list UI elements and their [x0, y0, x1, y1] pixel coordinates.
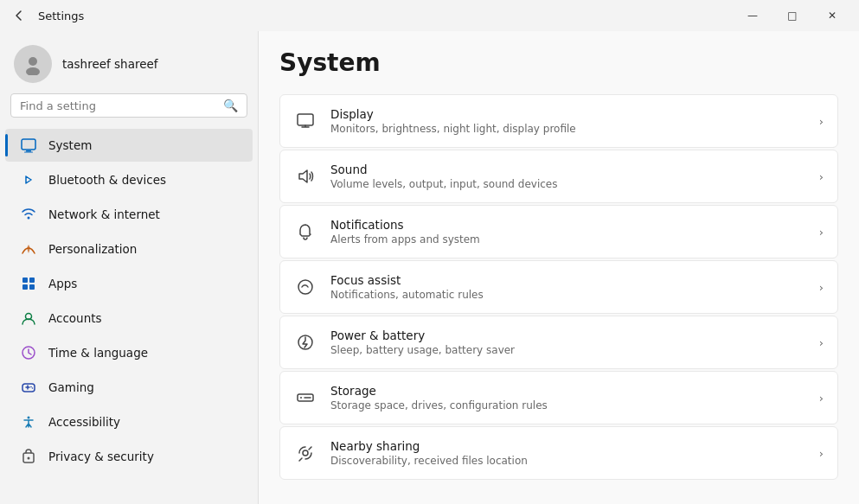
personalization-icon [19, 239, 38, 258]
display-text: Display Monitors, brightness, night ligh… [330, 107, 805, 135]
power-icon [294, 331, 317, 354]
sidebar-item-label-time: Time & language [48, 346, 148, 360]
svg-rect-18 [298, 114, 313, 125]
storage-chevron: › [819, 392, 824, 405]
sidebar-item-accessibility[interactable]: Accessibility [5, 405, 253, 438]
settings-item-focus[interactable]: Focus assist Notifications, automatic ru… [279, 260, 838, 314]
sound-icon [294, 165, 317, 188]
svg-rect-8 [22, 284, 28, 290]
sidebar-item-network[interactable]: Network & internet [5, 198, 253, 231]
privacy-icon [19, 447, 38, 466]
sound-title: Sound [330, 163, 805, 176]
settings-item-power[interactable]: Power & battery Sleep, battery usage, ba… [279, 316, 838, 369]
sidebar-item-label-bluetooth: Bluetooth & devices [48, 173, 166, 187]
page-title: System [279, 48, 838, 77]
storage-desc: Storage space, drives, configuration rul… [330, 399, 805, 411]
power-chevron: › [819, 336, 824, 349]
display-icon [294, 110, 317, 132]
time-icon [19, 343, 38, 362]
accounts-icon [19, 309, 38, 328]
sidebar-item-label-personalization: Personalization [48, 242, 137, 256]
back-button[interactable] [7, 3, 31, 28]
sidebar-item-label-apps: Apps [48, 277, 77, 290]
minimize-button[interactable]: — [733, 2, 772, 29]
sidebar-item-apps[interactable]: Apps [5, 267, 253, 300]
sidebar-item-time[interactable]: Time & language [5, 336, 253, 369]
focus-desc: Notifications, automatic rules [330, 289, 805, 301]
power-text: Power & battery Sleep, battery usage, ba… [330, 329, 805, 356]
notifications-title: Notifications [330, 218, 805, 232]
settings-item-nearby[interactable]: Nearby sharing Discoverability, received… [279, 426, 838, 480]
main-layout: tashreef shareef 🔍 System [0, 31, 859, 504]
bluetooth-icon [19, 170, 38, 189]
notifications-chevron: › [819, 226, 824, 239]
svg-rect-3 [26, 150, 31, 152]
power-title: Power & battery [330, 329, 805, 342]
network-icon [19, 205, 38, 224]
search-box[interactable]: 🔍 [10, 93, 247, 118]
app-title: Settings [38, 10, 726, 22]
svg-point-22 [303, 450, 308, 456]
storage-icon [294, 386, 317, 409]
storage-title: Storage [330, 384, 805, 398]
sound-desc: Volume levels, output, input, sound devi… [330, 178, 805, 190]
display-chevron: › [819, 115, 824, 128]
sidebar-item-personalization[interactable]: Personalization [5, 233, 253, 265]
system-icon [19, 136, 38, 155]
content-area: System Display Monitors, brightness, nig… [259, 31, 859, 504]
sidebar-item-system[interactable]: System [5, 129, 253, 162]
focus-icon [294, 276, 317, 298]
sidebar-item-gaming[interactable]: Gaming [5, 371, 253, 404]
nearby-icon [294, 442, 317, 464]
close-button[interactable]: ✕ [812, 2, 852, 29]
notifications-text: Notifications Alerts from apps and syste… [330, 218, 805, 246]
svg-rect-9 [29, 284, 35, 290]
svg-point-15 [28, 417, 30, 419]
focus-title: Focus assist [330, 273, 805, 287]
accessibility-icon [19, 412, 38, 431]
svg-rect-7 [29, 278, 35, 283]
maximize-button[interactable]: □ [772, 2, 812, 29]
user-section: tashreef shareef [0, 31, 258, 93]
settings-item-display[interactable]: Display Monitors, brightness, night ligh… [279, 94, 838, 148]
sidebar: tashreef shareef 🔍 System [0, 31, 258, 504]
sidebar-item-label-network: Network & internet [48, 207, 160, 221]
svg-point-17 [28, 457, 30, 460]
notifications-icon [294, 220, 317, 243]
sidebar-item-label-privacy: Privacy & security [48, 450, 154, 463]
power-desc: Sleep, battery usage, battery saver [330, 344, 805, 356]
storage-text: Storage Storage space, drives, configura… [330, 384, 805, 411]
settings-item-notifications[interactable]: Notifications Alerts from apps and syste… [279, 205, 838, 258]
settings-item-sound[interactable]: Sound Volume levels, output, input, soun… [279, 150, 838, 203]
svg-point-21 [300, 397, 302, 399]
sidebar-item-label-accounts: Accounts [48, 311, 102, 325]
sidebar-item-label-system: System [48, 138, 92, 152]
svg-point-13 [30, 386, 32, 388]
svg-rect-4 [24, 152, 33, 153]
svg-rect-6 [22, 278, 28, 283]
sidebar-item-bluetooth[interactable]: Bluetooth & devices [5, 163, 253, 196]
search-icon: 🔍 [223, 99, 238, 112]
nearby-chevron: › [819, 447, 824, 460]
nearby-title: Nearby sharing [330, 439, 805, 453]
display-title: Display [330, 107, 805, 121]
settings-item-storage[interactable]: Storage Storage space, drives, configura… [279, 371, 838, 424]
nearby-desc: Discoverability, received files location [330, 455, 805, 467]
sound-text: Sound Volume levels, output, input, soun… [330, 163, 805, 190]
display-desc: Monitors, brightness, night light, displ… [330, 123, 805, 135]
sidebar-item-label-accessibility: Accessibility [48, 415, 120, 429]
search-input[interactable] [20, 99, 218, 112]
svg-point-0 [29, 57, 37, 66]
window-controls: — □ ✕ [733, 2, 852, 29]
sound-chevron: › [819, 170, 824, 183]
focus-chevron: › [819, 281, 824, 294]
gaming-icon [19, 378, 38, 397]
focus-text: Focus assist Notifications, automatic ru… [330, 273, 805, 301]
sidebar-item-label-gaming: Gaming [48, 380, 94, 394]
sidebar-item-privacy[interactable]: Privacy & security [5, 440, 253, 473]
settings-list: Display Monitors, brightness, night ligh… [279, 94, 838, 480]
notifications-desc: Alerts from apps and system [330, 233, 805, 246]
svg-rect-2 [22, 139, 35, 150]
apps-icon [19, 274, 38, 293]
sidebar-item-accounts[interactable]: Accounts [5, 302, 253, 335]
